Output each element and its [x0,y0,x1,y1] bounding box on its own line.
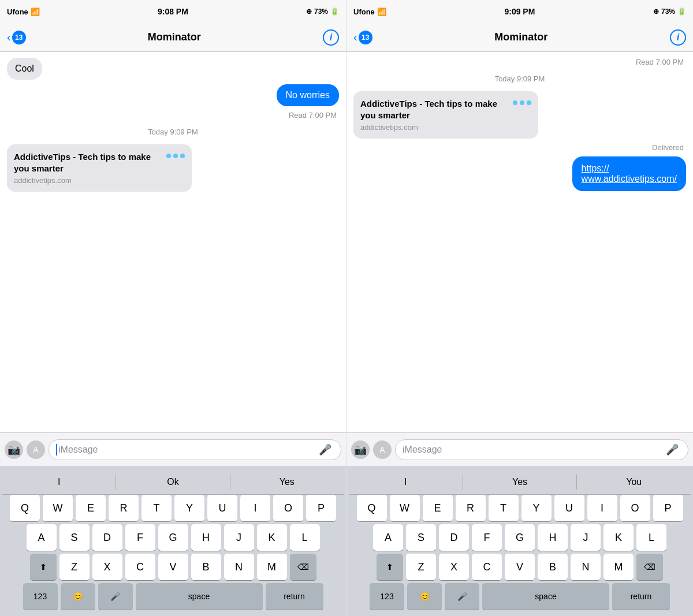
left-key-e[interactable]: E [76,495,106,521]
left-info-button[interactable]: i [323,29,339,46]
right-apps-icon[interactable]: A [373,440,392,459]
left-key-z[interactable]: Z [59,554,90,580]
right-mic-icon[interactable]: 🎤 [661,443,683,456]
left-key-123[interactable]: 123 [23,583,58,610]
left-key-delete[interactable]: ⌫ [290,554,316,580]
right-key-mic[interactable]: 🎤 [445,583,479,610]
left-key-y[interactable]: Y [174,495,204,521]
right-key-m[interactable]: M [603,554,634,580]
right-key-g[interactable]: G [505,524,535,551]
left-nav-bar: ‹ 13 Mominator i [0,23,346,52]
right-key-return[interactable]: return [612,583,670,610]
left-key-space[interactable]: space [136,583,263,610]
right-back-chevron: ‹ [353,31,357,44]
right-key-shift[interactable]: ⬆ [377,554,403,580]
right-key-d[interactable]: D [439,524,469,551]
left-suggestion-yes[interactable]: Yes [230,475,344,490]
right-key-q[interactable]: Q [357,495,387,521]
left-key-h[interactable]: H [191,524,221,551]
right-message-input[interactable]: iMessage 🎤 [395,439,688,460]
left-apps-icon[interactable]: A [27,440,45,459]
right-key-x[interactable]: X [439,554,469,580]
left-key-r[interactable]: R [109,495,139,521]
left-key-mic[interactable]: 🎤 [98,583,133,610]
right-battery-icon: 🔋 [677,8,686,16]
right-key-e[interactable]: E [423,495,453,521]
right-key-o[interactable]: O [620,495,650,521]
left-key-o[interactable]: O [273,495,303,521]
left-key-d[interactable]: D [92,524,122,551]
left-link-card[interactable]: AddictiveTips - Tech tips to make you sm… [7,144,192,192]
left-key-l[interactable]: L [290,524,320,551]
left-key-x[interactable]: X [92,554,122,580]
left-suggestion-i[interactable]: I [2,475,116,490]
left-key-q[interactable]: Q [10,495,40,521]
left-key-u[interactable]: U [207,495,237,521]
right-key-delete[interactable]: ⌫ [636,554,663,580]
left-camera-icon[interactable]: 📷 [5,440,23,459]
right-key-i[interactable]: I [587,495,617,521]
left-key-i[interactable]: I [240,495,270,521]
left-key-s[interactable]: S [59,524,90,551]
left-back-button[interactable]: ‹ 13 [7,31,26,44]
right-key-s[interactable]: S [406,524,436,551]
left-key-g[interactable]: G [158,524,188,551]
right-suggestion-yes[interactable]: Yes [463,475,577,490]
left-key-w[interactable]: W [43,495,73,521]
left-key-f[interactable]: F [125,524,155,551]
right-info-button[interactable]: i [670,29,686,46]
left-mic-icon[interactable]: 🎤 [314,443,336,456]
right-camera-icon[interactable]: 📷 [351,440,370,459]
left-key-return[interactable]: return [266,583,323,610]
right-key-space[interactable]: space [482,583,609,610]
left-key-n[interactable]: N [224,554,254,580]
right-link-card-text: AddictiveTips - Tech tips to make you sm… [360,98,507,132]
right-key-a[interactable]: A [373,524,403,551]
right-key-k[interactable]: K [603,524,634,551]
right-status-left: Ufone 📶 [353,8,386,16]
left-key-m[interactable]: M [257,554,287,580]
right-key-f[interactable]: F [472,524,502,551]
right-back-button[interactable]: ‹ 13 [353,31,372,44]
left-key-b[interactable]: B [191,554,221,580]
right-key-j[interactable]: J [571,524,601,551]
right-key-c[interactable]: C [472,554,502,580]
right-link-card[interactable]: AddictiveTips - Tech tips to make you sm… [353,91,538,139]
right-suggestion-you[interactable]: You [576,475,691,490]
right-key-u[interactable]: U [554,495,584,521]
right-key-l[interactable]: L [636,524,666,551]
right-key-w[interactable]: W [390,495,420,521]
right-sent-link[interactable]: https:// www.addictivetips.com/ [572,156,686,191]
right-key-z[interactable]: Z [406,554,436,580]
right-key-b[interactable]: B [538,554,568,580]
right-key-n[interactable]: N [571,554,601,580]
right-suggestion-i[interactable]: I [349,475,463,490]
right-nav-title: Mominator [494,31,547,43]
left-nav-title: Mominator [148,31,201,43]
left-key-v[interactable]: V [158,554,188,580]
left-key-row-4: 123 😊 🎤 space return [2,583,344,610]
left-key-k[interactable]: K [257,524,287,551]
left-key-t[interactable]: T [141,495,172,521]
right-key-y[interactable]: Y [521,495,552,521]
left-key-j[interactable]: J [224,524,254,551]
left-key-shift[interactable]: ⬆ [30,554,57,580]
left-message-input[interactable]: iMessage 🎤 [49,439,341,460]
right-key-123[interactable]: 123 [370,583,404,610]
right-back-badge[interactable]: 13 [359,31,372,44]
right-keyboard: I Yes You Q W E R T Y U I O P A S D F G … [346,466,693,616]
right-key-r[interactable]: R [456,495,486,521]
left-key-emoji[interactable]: 😊 [61,583,95,610]
right-wifi-icon: 📶 [377,8,386,16]
left-key-a[interactable]: A [27,524,57,551]
right-key-emoji[interactable]: 😊 [407,583,442,610]
right-key-p[interactable]: P [653,495,683,521]
right-dot-2 [520,100,524,105]
left-key-p[interactable]: P [306,495,336,521]
right-key-t[interactable]: T [489,495,519,521]
left-back-badge[interactable]: 13 [12,31,26,44]
left-key-c[interactable]: C [125,554,155,580]
right-key-h[interactable]: H [538,524,568,551]
left-suggestion-ok[interactable]: Ok [116,475,229,490]
right-key-v[interactable]: V [505,554,535,580]
